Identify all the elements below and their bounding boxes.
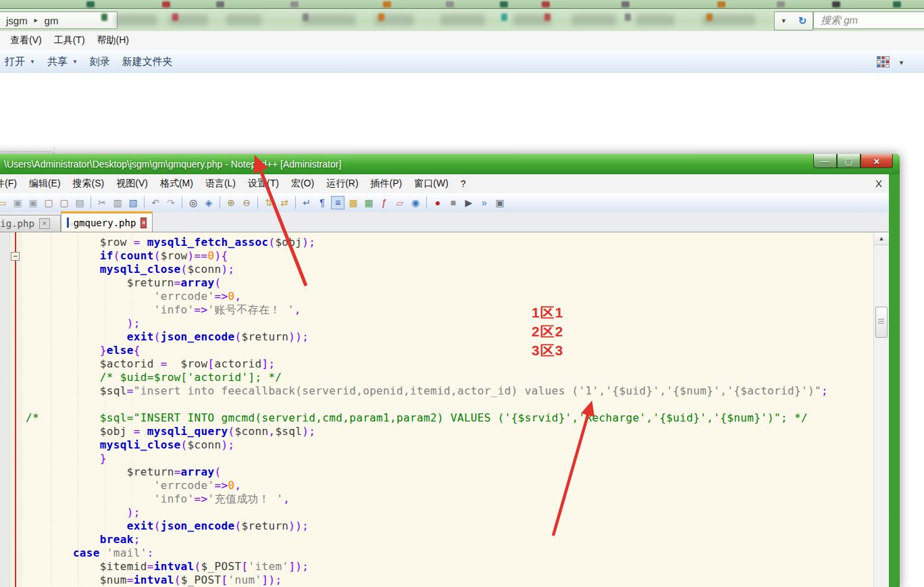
function-list-icon[interactable]: ƒ	[378, 196, 391, 209]
search-input[interactable]: 搜索 gm	[813, 11, 924, 29]
npp-menu-item-9[interactable]: 插件(P)	[365, 175, 409, 193]
background-app-icon	[162, 1, 170, 7]
paste-icon[interactable]: ▧	[126, 196, 140, 209]
npp-menu-item-3[interactable]: 视图(V)	[110, 175, 154, 193]
address-dropdown-icon[interactable]: ▼	[781, 18, 787, 24]
npp-menu-item-2[interactable]: 搜索(S)	[67, 175, 111, 193]
npp-menu-item-10[interactable]: 窗口(W)	[408, 175, 455, 193]
view-dropdown-icon[interactable]: ▼	[898, 59, 904, 66]
code-line: $return=array(	[26, 276, 828, 290]
npp-menu-item-5[interactable]: 语言(L)	[199, 175, 242, 193]
npp-menu-item-1[interactable]: 编辑(E)	[23, 175, 67, 193]
save-icon[interactable]: ▣	[11, 196, 24, 209]
tab-onfig-php[interactable]: onfig.php×	[0, 215, 61, 232]
macro-run-multiple-icon[interactable]: »	[478, 196, 491, 209]
zoom-out-icon[interactable]: ⊖	[240, 196, 253, 209]
tab-close-icon[interactable]: ×	[39, 218, 50, 229]
glass-icon-chip	[378, 14, 384, 21]
glass-icon-chip	[544, 14, 550, 21]
npp-menu-item-8[interactable]: 运行(R)	[320, 175, 364, 193]
code-text[interactable]: $row = mysqli_fetch_assoc($obj); if(coun…	[26, 236, 828, 587]
menubar-close-icon[interactable]: X	[875, 178, 882, 189]
user-define-dialog-icon[interactable]: ▩	[346, 196, 360, 209]
print-icon[interactable]: ▤	[73, 196, 86, 209]
glass-icon-chip	[625, 14, 631, 21]
glass-icon-chip	[172, 14, 178, 21]
folder-workspace-icon[interactable]: ▱	[393, 196, 407, 209]
glass-reflection	[115, 14, 157, 26]
zoom-in-icon[interactable]: ⊕	[224, 196, 238, 209]
fold-collapse-icon[interactable]: −	[11, 252, 20, 261]
close-doc-icon[interactable]: ▢	[42, 196, 55, 209]
minimize-button[interactable]: —	[813, 154, 837, 168]
macro-play-icon[interactable]: ▶	[462, 196, 476, 209]
tab-close-icon[interactable]: ×	[140, 218, 147, 228]
editor-area[interactable]: − $row = mysqli_fetch_assoc($obj); if(co…	[0, 232, 889, 587]
npp-menu-item-0[interactable]: 文件(F)	[0, 175, 23, 193]
breadcrumb[interactable]: jsgm ► gm	[0, 11, 118, 29]
background-app-icon	[893, 1, 901, 7]
notepadpp-title-bar[interactable]: \Users\Administrator\Desktop\jsgm\gm\gmq…	[0, 154, 900, 174]
breadcrumb-item-jsgm[interactable]: jsgm	[6, 15, 28, 26]
vertical-scrollbar[interactable]: ▲	[873, 232, 889, 587]
macro-record-icon[interactable]: ●	[431, 196, 444, 209]
code-line: exit(json_encode($return));	[26, 330, 828, 344]
explorer-menu-item-2[interactable]: 帮助(H)	[91, 32, 135, 49]
redo-icon[interactable]: ↷	[164, 196, 178, 209]
indent-guide-icon[interactable]: ≡	[331, 196, 344, 209]
tab-gmquery-php[interactable]: gmquery.php×	[61, 211, 153, 232]
code-line: 'errcode'=>0,	[26, 479, 828, 492]
close-button[interactable]: ×	[861, 154, 893, 168]
explorer-menu-item-1[interactable]: 工具(T)	[48, 32, 91, 49]
scrollbar-thumb[interactable]	[875, 307, 888, 338]
replace-icon[interactable]: ◈	[202, 196, 215, 209]
notepadpp-menu-bar: 文件(F)编辑(E)搜索(S)视图(V)格式(M)语言(L)设置(T)宏(O)运…	[0, 174, 889, 193]
background-app-icon	[832, 1, 840, 7]
breadcrumb-item-gm[interactable]: gm	[45, 15, 59, 26]
background-window-strip	[0, 0, 924, 9]
glass-reflection	[440, 14, 485, 26]
npp-menu-item-6[interactable]: 设置(T)	[242, 175, 285, 193]
close-all-docs-icon[interactable]: ▢	[57, 196, 71, 209]
open-file-icon[interactable]: ▭	[0, 196, 9, 209]
explorer-command-bar: 打开▼共享▼刻录新建文件夹	[0, 50, 924, 74]
background-app-icon	[446, 1, 454, 7]
modified-lines-marker	[15, 232, 16, 587]
macro-save-icon[interactable]: ▣	[493, 196, 507, 209]
chevron-down-icon: ▼	[72, 59, 78, 65]
command-item-0[interactable]: 打开▼	[1, 55, 44, 68]
command-label: 打开	[5, 55, 25, 68]
document-monitor-icon[interactable]: ◉	[409, 196, 422, 209]
macro-stop-icon[interactable]: ■	[446, 196, 460, 209]
sync-horizontal-icon[interactable]: ⇄	[278, 196, 291, 209]
background-app-icon	[717, 1, 725, 7]
bookmark-margin[interactable]	[0, 232, 10, 587]
copy-icon[interactable]: ▥	[111, 196, 124, 209]
command-item-1[interactable]: 共享▼	[44, 55, 86, 68]
explorer-menu-item-0[interactable]: 查看(V)	[4, 32, 48, 49]
glass-icon-chip	[501, 14, 507, 21]
sync-vertical-icon[interactable]: ⇅	[262, 196, 276, 209]
document-map-icon[interactable]: ▦	[362, 196, 376, 209]
scroll-up-icon[interactable]: ▲	[874, 232, 889, 245]
save-all-icon[interactable]: ▣	[26, 196, 40, 209]
toolbar-separator	[182, 197, 182, 209]
code-line: 'info'=>'充值成功！ ',	[26, 492, 828, 506]
view-grid-icon[interactable]	[877, 56, 890, 68]
restore-button[interactable]: ▢	[837, 154, 861, 168]
code-line: mysqli_close($conn);	[26, 263, 828, 276]
code-line: }else{	[26, 344, 828, 357]
command-item-2[interactable]: 刻录	[86, 55, 119, 68]
command-item-3[interactable]: 新建文件夹	[119, 55, 182, 68]
undo-icon[interactable]: ↶	[149, 196, 162, 209]
npp-menu-item-11[interactable]: ?	[455, 176, 472, 192]
refresh-icon[interactable]: ↻	[798, 15, 807, 27]
show-all-chars-icon[interactable]: ¶	[315, 196, 329, 209]
npp-menu-item-7[interactable]: 宏(O)	[285, 175, 320, 193]
npp-menu-item-4[interactable]: 格式(M)	[154, 175, 199, 193]
code-line: break;	[26, 533, 828, 546]
cut-icon[interactable]: ✂	[95, 196, 109, 209]
find-icon[interactable]: ◎	[186, 196, 200, 209]
word-wrap-icon[interactable]: ↵	[300, 196, 313, 209]
glass-icon-chip	[303, 14, 309, 21]
